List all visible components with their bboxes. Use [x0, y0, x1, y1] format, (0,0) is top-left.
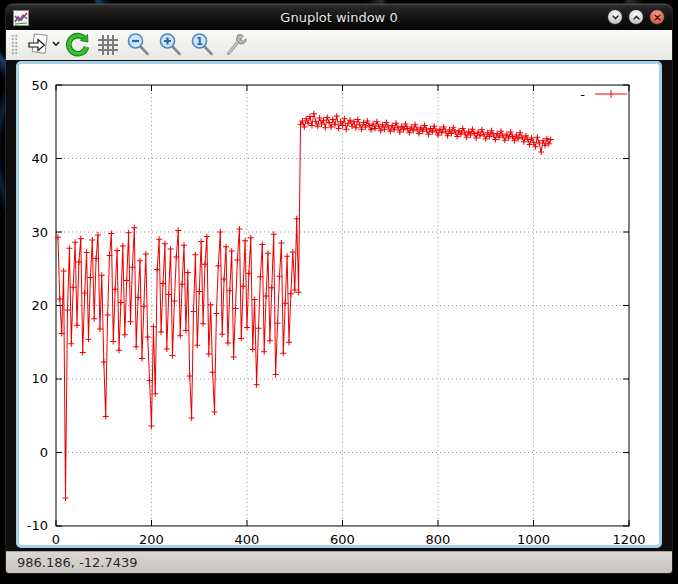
toolbar: 1 [6, 30, 672, 60]
x-tick-label: 1200 [612, 532, 645, 545]
wrench-icon [221, 32, 249, 58]
grid-icon [95, 32, 121, 58]
y-tick-label: -10 [27, 518, 48, 533]
close-button[interactable] [649, 9, 665, 25]
y-tick-label: 0 [40, 445, 48, 460]
zoom-in-icon [157, 32, 185, 58]
export-document-icon [25, 32, 61, 58]
legend-label: - [580, 87, 585, 102]
minimize-button[interactable] [607, 9, 623, 25]
desktop: { "window": { "title": "Gnuplot window 0… [0, 0, 678, 584]
titlebar[interactable]: Gnuplot window 0 [6, 4, 672, 30]
chevron-down-icon [611, 13, 620, 22]
refresh-icon [65, 32, 91, 58]
plot-gridlines [56, 85, 629, 526]
close-icon [653, 13, 662, 22]
cursor-coordinates: 986.186, -12.7439 [17, 555, 137, 570]
app-window: Gnuplot window 0 [6, 4, 672, 573]
svg-text:1: 1 [196, 36, 203, 47]
settings-button[interactable] [219, 31, 251, 59]
x-tick-label: 400 [235, 532, 260, 545]
plot-canvas-container: 020040060080010001200-1001020304050- [16, 61, 662, 548]
export-button[interactable] [23, 31, 63, 59]
axis-ticks [56, 85, 629, 526]
x-tick-label: 0 [52, 532, 60, 545]
y-tick-label: 40 [31, 151, 48, 166]
x-tick-label: 800 [426, 532, 451, 545]
y-tick-label: 10 [31, 371, 48, 386]
legend-sample [595, 90, 627, 98]
zoom-reset-icon: 1 [189, 32, 217, 58]
plot-border [56, 85, 629, 526]
x-tick-label: 1000 [517, 532, 550, 545]
maximize-button[interactable] [628, 9, 644, 25]
chevron-up-icon [632, 13, 641, 22]
zoom-out-button[interactable] [123, 31, 155, 59]
replot-button[interactable] [63, 31, 93, 59]
x-tick-label: 200 [139, 532, 164, 545]
y-tick-label: 50 [31, 78, 48, 93]
y-tick-label: 30 [31, 225, 48, 240]
x-tick-label: 600 [330, 532, 355, 545]
zoom-in-button[interactable] [155, 31, 187, 59]
plot-canvas[interactable]: 020040060080010001200-1001020304050- [19, 64, 659, 545]
plot-area-frame: 020040060080010001200-1001020304050- [6, 60, 672, 551]
gnuplot-logo-icon [13, 10, 29, 26]
y-tick-label: 20 [31, 298, 48, 313]
zoom-out-icon [125, 32, 153, 58]
statusbar: 986.186, -12.7439 [6, 551, 672, 573]
window-title: Gnuplot window 0 [6, 10, 672, 25]
toolbar-grip[interactable] [11, 34, 18, 56]
zoom-reset-button[interactable]: 1 [187, 31, 219, 59]
grid-toggle-button[interactable] [93, 31, 123, 59]
